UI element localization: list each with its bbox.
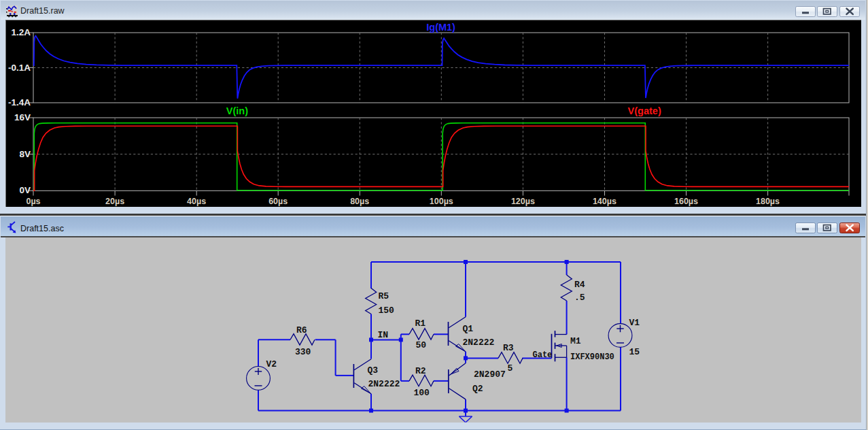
svg-text:V2: V2 bbox=[266, 359, 277, 369]
svg-text:Gate: Gate bbox=[533, 350, 553, 360]
svg-text:2N2222: 2N2222 bbox=[368, 379, 400, 389]
svg-text:V1: V1 bbox=[629, 318, 640, 328]
svg-text:Q3: Q3 bbox=[368, 365, 379, 376]
svg-text:R6: R6 bbox=[296, 325, 307, 335]
svg-text:IXFX90N30: IXFX90N30 bbox=[570, 352, 614, 362]
svg-text:IN: IN bbox=[378, 330, 389, 340]
svg-text:M1: M1 bbox=[570, 336, 581, 346]
svg-text:.5: .5 bbox=[574, 293, 585, 303]
svg-text:150: 150 bbox=[379, 305, 395, 316]
svg-text:R2: R2 bbox=[415, 366, 426, 376]
svg-text:5: 5 bbox=[508, 363, 513, 374]
svg-text:R1: R1 bbox=[415, 318, 426, 329]
svg-text:Q1: Q1 bbox=[463, 324, 474, 334]
svg-text:2N2222: 2N2222 bbox=[463, 337, 495, 348]
svg-text:330: 330 bbox=[295, 347, 311, 357]
svg-text:R3: R3 bbox=[503, 343, 514, 353]
svg-text:Q2: Q2 bbox=[472, 384, 483, 394]
svg-text:2N2907: 2N2907 bbox=[474, 369, 506, 380]
svg-text:R4: R4 bbox=[574, 280, 585, 290]
svg-text:15: 15 bbox=[629, 347, 640, 357]
svg-text:R5: R5 bbox=[379, 291, 389, 301]
svg-text:50: 50 bbox=[416, 340, 427, 350]
svg-text:100: 100 bbox=[414, 388, 430, 398]
